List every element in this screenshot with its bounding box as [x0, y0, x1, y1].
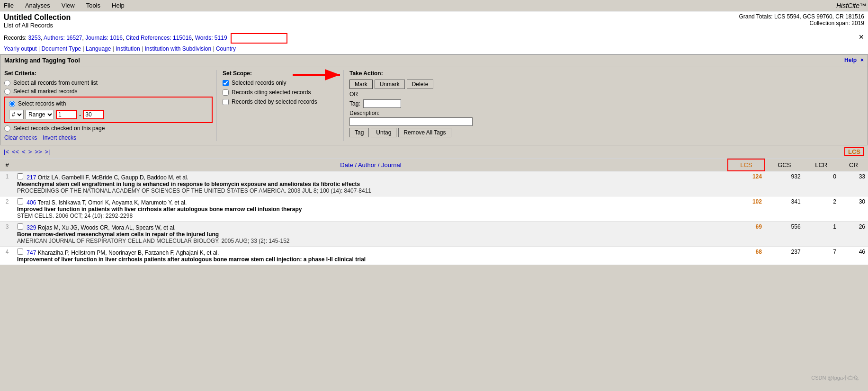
description-label: Description:: [349, 110, 379, 116]
stats-journals-link[interactable]: Journals:: [85, 35, 108, 41]
tag-input[interactable]: [363, 99, 401, 108]
stats-records-label: Records:: [4, 35, 27, 41]
menu-file[interactable]: File: [2, 1, 16, 10]
record-journal: PROCEEDINGS OF THE NATIONAL ACADEMY OF S…: [17, 187, 725, 194]
take-action-title: Take Action:: [349, 70, 864, 77]
scope-option-3: Records cited by selected records: [223, 98, 340, 105]
field-select[interactable]: #: [9, 110, 24, 119]
nav-next[interactable]: >: [28, 148, 32, 155]
record-cr: 33: [839, 171, 868, 196]
delete-button[interactable]: Delete: [407, 80, 434, 89]
record-ref-link[interactable]: 217: [27, 174, 36, 181]
nav-yearly-output[interactable]: Yearly output: [4, 45, 37, 52]
record-ref-link[interactable]: 747: [27, 249, 36, 256]
stats-records-link[interactable]: 3253: [28, 35, 41, 41]
record-gcs: 932: [765, 171, 804, 196]
col-date-author[interactable]: Date / Author / Journal: [340, 161, 401, 169]
tag-button[interactable]: Tag: [349, 128, 369, 137]
title-right: Grand Totals: LCS 5594, GCS 99760, CR 18…: [739, 13, 864, 27]
record-cell: 329 Rojas M, Xu JG, Woods CR, Mora AL, S…: [14, 221, 728, 246]
desc-row: Description:: [349, 110, 864, 126]
stats-authors-value[interactable]: 16527: [66, 35, 82, 41]
page-nav: |< << < > >> >|: [4, 148, 50, 155]
criteria-radio-2[interactable]: [4, 89, 10, 95]
stats-words-value[interactable]: 5119: [215, 35, 227, 41]
help-link[interactable]: Help: [844, 57, 857, 64]
scope-check-1[interactable]: [223, 80, 229, 86]
nav-country[interactable]: Country: [216, 45, 236, 52]
criteria-label-3: Select records with: [18, 100, 66, 107]
clear-checks-link[interactable]: Clear checks: [4, 134, 37, 141]
record-checkbox[interactable]: [17, 198, 23, 204]
nav-language[interactable]: Language: [86, 45, 111, 52]
stats-words-link[interactable]: Words:: [195, 35, 213, 41]
nav-first[interactable]: |<: [4, 148, 9, 155]
record-checkbox[interactable]: [17, 249, 23, 255]
menu-help[interactable]: Help: [110, 1, 126, 10]
nav-next-next[interactable]: >>: [35, 148, 42, 155]
tag-row: Tag:: [349, 99, 864, 108]
records-table: # Date / Author / Journal LCS GCS LCR CR…: [0, 159, 868, 265]
record-lcr: 7: [804, 246, 839, 265]
stats-cited-refs-link[interactable]: Cited References:: [126, 35, 171, 41]
table-row: 1 217 Ortiz LA, Gambelli F, McBride C, G…: [0, 171, 868, 196]
menu-tools[interactable]: Tools: [84, 1, 102, 10]
marking-tool-title: Marking and Tagging Tool: [4, 57, 80, 64]
criteria-radio-3[interactable]: [9, 101, 15, 107]
col-lcs[interactable]: LCS: [728, 159, 765, 171]
unmark-button[interactable]: Unmark: [375, 80, 405, 89]
criteria-radio-1[interactable]: [4, 80, 10, 86]
nav-institution-subdivision[interactable]: Institution with Subdivision: [144, 45, 211, 52]
record-cr: 30: [839, 196, 868, 221]
record-gcs: 556: [765, 221, 804, 246]
record-ref-link[interactable]: 406: [27, 199, 36, 206]
stats-close-btn[interactable]: ✕: [859, 33, 864, 41]
nav-institution[interactable]: Institution: [116, 45, 140, 52]
menu-view[interactable]: View: [60, 1, 77, 10]
remove-all-tags-button[interactable]: Remove All Tags: [398, 128, 451, 137]
record-lcr: 0: [804, 171, 839, 196]
list-title: List of All Records: [4, 22, 71, 29]
col-lcr: LCR: [804, 159, 839, 171]
app-logo: HistCite™: [836, 2, 866, 9]
criteria-radio-4[interactable]: [4, 125, 10, 132]
record-lcs: 69: [728, 221, 765, 246]
range-select[interactable]: Range: [26, 110, 54, 119]
nav-prev-prev[interactable]: <<: [12, 148, 19, 155]
action-buttons: Mark Unmark Delete: [349, 80, 864, 89]
scope-check-2[interactable]: [223, 89, 229, 96]
col-title: Date / Author / Journal: [14, 159, 728, 171]
nav-last[interactable]: >|: [45, 148, 50, 155]
record-authors: Rojas M, Xu JG, Woods CR, Mora AL, Spear…: [38, 224, 176, 231]
record-checkbox[interactable]: [17, 223, 23, 230]
record-gcs: 237: [765, 246, 804, 265]
stats-authors-link[interactable]: Authors:: [44, 35, 65, 41]
record-num: 3: [0, 221, 14, 246]
range-to-input[interactable]: [83, 110, 104, 119]
marking-tool-body: Set Criteria: Select all records from cu…: [0, 66, 868, 145]
record-title: Improvement of liver function in liver c…: [17, 256, 725, 263]
marking-tool-close-btn[interactable]: ×: [860, 57, 864, 64]
stats-search-box[interactable]: [231, 33, 287, 44]
mark-button[interactable]: Mark: [349, 80, 373, 89]
table-row: 4 747 Kharaziha P, Hellstrom PM, Noorina…: [0, 246, 868, 265]
tag-action-buttons: Tag Untag Remove All Tags: [349, 128, 864, 137]
scope-check-3[interactable]: [223, 99, 229, 105]
untag-button[interactable]: Untag: [371, 128, 396, 137]
menu-analyses[interactable]: Analyses: [23, 1, 52, 10]
description-input[interactable]: [349, 117, 473, 126]
invert-checks-link[interactable]: Invert checks: [43, 134, 76, 141]
range-from-input[interactable]: [56, 110, 77, 119]
record-title: Mesenchymal stem cell engraftment in lun…: [17, 181, 725, 187]
lcs-highlighted-box: LCS: [844, 147, 864, 156]
nav-document-type[interactable]: Document Type: [41, 45, 81, 52]
stats-journals-value[interactable]: 1016: [110, 35, 123, 41]
record-ref-link[interactable]: 329: [27, 224, 36, 231]
record-checkbox[interactable]: [17, 173, 23, 179]
clear-links: Clear checks Invert checks: [4, 134, 213, 141]
stats-cited-refs-value[interactable]: 115016: [173, 35, 192, 41]
set-criteria: Set Criteria: Select all records from cu…: [4, 70, 213, 141]
record-authors: Ortiz LA, Gambelli F, McBride C, Gaupp D…: [38, 174, 188, 181]
title-left: Untitled Collection List of All Records: [4, 13, 71, 29]
nav-prev[interactable]: <: [22, 148, 26, 155]
